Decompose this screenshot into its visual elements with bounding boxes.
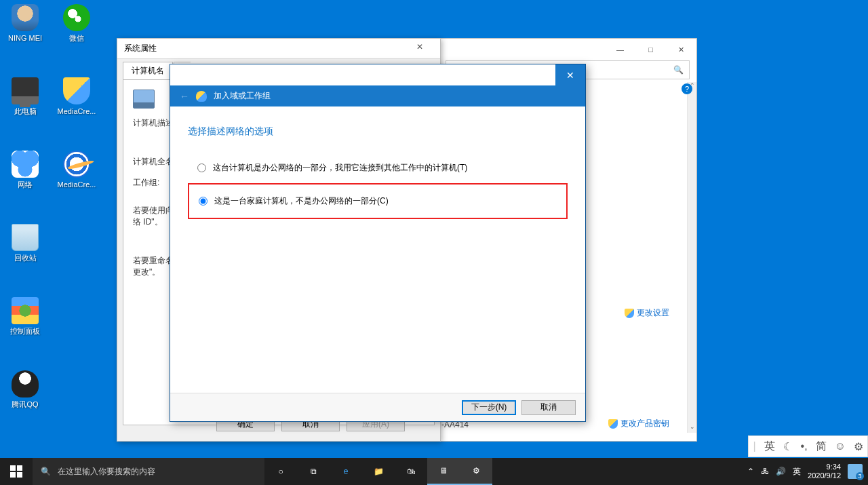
app-icon [63, 151, 90, 178]
svg-rect-0 [10, 465, 16, 471]
minimize-button[interactable]: — [605, 39, 635, 60]
netid-hint-1: 若要使用向 [133, 206, 174, 215]
sysinfo-titlebar: — □ ✕ [439, 39, 696, 60]
action-center-button[interactable] [848, 464, 863, 479]
icon-label: NING MEI [0, 34, 50, 43]
maximize-button[interactable]: □ [635, 39, 666, 60]
sysprops-titlebar: 系统属性 ✕ [117, 39, 440, 59]
close-button[interactable]: ✕ [555, 64, 585, 85]
svg-rect-1 [17, 465, 22, 471]
desktop-icon[interactable]: NING MEI [0, 4, 50, 43]
help-icon[interactable]: ? [682, 83, 692, 94]
app-icon [12, 297, 39, 324]
wizard-body: 选择描述网络的选项 这台计算机是办公网络的一部分，我用它连接到其他工作中的计算机… [170, 106, 585, 242]
desktop-icon[interactable]: 控制面板 [0, 297, 50, 336]
app-icon [12, 4, 39, 31]
wizard-icon [196, 91, 207, 102]
option-home-computer[interactable]: 这是一台家庭计算机，不是办公网络的一部分(C) [188, 183, 568, 219]
cancel-button[interactable]: 取消 [521, 400, 576, 415]
desktop-icon[interactable]: 网络 [0, 151, 50, 189]
taskbar: 🔍 在这里输入你要搜索的内容 ○ ⧉ e 📁 🛍 🖥 ⚙ ⌃ 🖧 🔊 英 9:3… [0, 458, 868, 485]
ime-toolbar[interactable]: | 英 ☾ •, 简 ☺ ⚙ [748, 435, 868, 457]
ime-punct-icon[interactable]: •, [801, 440, 808, 452]
icon-label: MediaCre... [52, 180, 102, 189]
ime-lang[interactable]: 英 [764, 440, 775, 454]
next-button[interactable]: 下一步(N) [462, 400, 516, 415]
icon-label: MediaCre... [52, 107, 102, 116]
tray-ime[interactable]: 英 [793, 466, 801, 478]
icon-label: 控制面板 [0, 327, 50, 336]
icon-label: 微信 [52, 34, 102, 43]
desktop-icon[interactable]: 微信 [52, 4, 102, 43]
ime-simplified[interactable]: 简 [816, 440, 827, 454]
app-icon [63, 4, 90, 31]
svg-rect-3 [17, 472, 22, 478]
desktop-icon[interactable]: 此电脑 [0, 77, 50, 116]
close-button[interactable]: ✕ [406, 42, 433, 56]
ime-settings-icon[interactable]: ⚙ [854, 440, 863, 453]
desktop-icon[interactable]: 腾讯QQ [0, 370, 50, 409]
tray-chevron-icon[interactable]: ⌃ [747, 467, 754, 476]
back-button[interactable]: ← [180, 91, 189, 102]
shield-icon [608, 419, 618, 429]
cortana-button[interactable]: ○ [264, 458, 297, 485]
windows-icon [10, 465, 22, 478]
tray-volume-icon[interactable]: 🔊 [776, 467, 786, 476]
explorer-button[interactable]: 📁 [362, 458, 395, 485]
tray-network-icon[interactable]: 🖧 [761, 467, 769, 476]
desktop-icon[interactable]: MediaCre... [52, 151, 102, 189]
close-button[interactable]: ✕ [666, 39, 696, 60]
icon-label: 回收站 [0, 254, 50, 263]
svg-rect-2 [10, 472, 16, 478]
option-office-network[interactable]: 这台计算机是办公网络的一部分，我用它连接到其他工作中的计算机(T) [188, 157, 568, 179]
ime-emoji-icon[interactable]: ☺ [835, 440, 846, 452]
wizard-header: ← 加入域或工作组 [170, 85, 585, 106]
sysinfo-taskbar-button[interactable]: 🖥 [427, 458, 460, 485]
icon-label: 腾讯QQ [0, 400, 50, 409]
start-button[interactable] [0, 458, 33, 485]
task-view-button[interactable]: ⧉ [297, 458, 330, 485]
taskbar-clock[interactable]: 9:34 2020/9/12 [808, 463, 841, 480]
app-icon [63, 77, 90, 104]
ime-sep: | [753, 440, 755, 452]
ime-moon-icon[interactable]: ☾ [783, 440, 793, 453]
search-placeholder: 在这里输入你要搜索的内容 [58, 466, 155, 478]
fullname-label: 计算机全名 [133, 156, 174, 168]
change-settings-link[interactable]: 更改设置 [625, 307, 669, 319]
wizard-heading: 选择描述网络的选项 [188, 125, 568, 138]
option-office-label: 这台计算机是办公网络的一部分，我用它连接到其他工作中的计算机(T) [213, 162, 467, 174]
rename-hint-2: 更改"。 [133, 267, 160, 277]
search-icon: 🔍 [673, 65, 684, 75]
icon-label: 网络 [0, 180, 50, 189]
join-domain-wizard: ✕ ← 加入域或工作组 选择描述网络的选项 这台计算机是办公网络的一部分，我用它… [170, 64, 586, 422]
desktop-icon[interactable]: MediaCre... [52, 77, 102, 116]
app-icon [12, 151, 39, 178]
system-tray: ⌃ 🖧 🔊 英 9:34 2020/9/12 [747, 463, 868, 480]
computer-icon [133, 90, 155, 109]
wizard-footer: 下一步(N) 取消 [170, 393, 585, 421]
option-home-label: 这是一台家庭计算机，不是办公网络的一部分(C) [214, 195, 389, 207]
desktop-icon[interactable]: 回收站 [0, 224, 50, 263]
radio-office[interactable] [197, 163, 206, 172]
store-button[interactable]: 🛍 [395, 458, 427, 485]
clock-date: 2020/9/12 [808, 471, 841, 480]
app-icon [12, 224, 39, 251]
search-icon: 🔍 [41, 467, 51, 476]
shield-icon [625, 309, 634, 318]
netid-hint-2: 络 ID"。 [133, 217, 163, 227]
workgroup-label: 工作组: [133, 177, 159, 189]
sysprops-taskbar-button[interactable]: ⚙ [460, 458, 492, 485]
change-product-key-link[interactable]: 更改产品密钥 [608, 418, 669, 429]
tab-computer-name[interactable]: 计算机名 [123, 62, 173, 79]
icon-label: 此电脑 [0, 107, 50, 116]
sysprops-title: 系统属性 [124, 43, 406, 54]
wizard-titlebar: ✕ [170, 64, 585, 85]
desc-label: 计算机描述 [133, 117, 174, 129]
radio-home[interactable] [199, 197, 208, 206]
clock-time: 9:34 [808, 463, 841, 471]
app-icon [12, 77, 39, 104]
app-icon [12, 370, 39, 397]
wizard-title: 加入域或工作组 [214, 90, 271, 102]
taskbar-search[interactable]: 🔍 在这里输入你要搜索的内容 [33, 458, 264, 485]
edge-button[interactable]: e [330, 458, 362, 485]
